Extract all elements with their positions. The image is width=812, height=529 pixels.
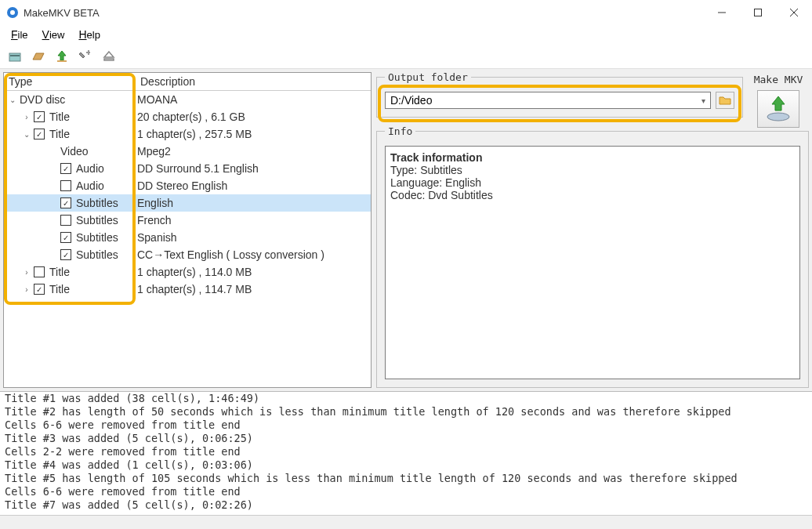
svg-rect-10 bbox=[88, 50, 89, 55]
tree-item-type: Audio bbox=[76, 179, 104, 192]
tree-row[interactable]: ✓SubtitlesCC→Text English ( Lossy conver… bbox=[4, 246, 371, 263]
window-title: MakeMKV BETA bbox=[24, 7, 704, 19]
checkbox[interactable]: ✓ bbox=[34, 129, 45, 139]
tree-item-desc: DD Stereo English bbox=[136, 179, 371, 192]
tree-item-desc: DD Surround 5.1 English bbox=[136, 162, 371, 175]
tree-row[interactable]: ⌄✓Title1 chapter(s) , 257.5 MB bbox=[4, 125, 371, 143]
make-mkv-label: Make MKV bbox=[748, 74, 809, 85]
tree-item-type: Title bbox=[49, 266, 70, 278]
tree-item-type: Video bbox=[60, 145, 89, 158]
info-text: Track information Type: Subtitles Langua… bbox=[385, 146, 800, 379]
save-button[interactable] bbox=[53, 48, 71, 65]
output-folder-select[interactable]: D:/Video ▾ bbox=[385, 92, 711, 109]
tree-item-desc: Spanish bbox=[136, 231, 371, 244]
tree-row[interactable]: SubtitlesFrench bbox=[4, 212, 371, 229]
toolbar bbox=[0, 44, 812, 69]
menu-help[interactable]: Help bbox=[72, 27, 106, 42]
make-mkv-button[interactable] bbox=[757, 90, 799, 128]
tree-item-desc: 20 chapter(s) , 6.1 GB bbox=[136, 111, 371, 123]
svg-rect-8 bbox=[57, 60, 67, 62]
collapse-icon[interactable]: ⌄ bbox=[7, 94, 18, 105]
expand-icon[interactable]: › bbox=[21, 266, 32, 277]
open-disc-button[interactable] bbox=[30, 48, 47, 65]
checkbox[interactable]: ✓ bbox=[34, 284, 45, 295]
column-description[interactable]: Description bbox=[140, 75, 366, 88]
open-file-button[interactable] bbox=[6, 48, 24, 65]
tree-row[interactable]: ⌄DVD discMOANA bbox=[4, 91, 371, 108]
save-disc-icon bbox=[764, 95, 792, 123]
tree-item-desc: French bbox=[136, 214, 371, 226]
tree-row[interactable]: ✓SubtitlesSpanish bbox=[4, 229, 371, 246]
tree-item-type: Subtitles bbox=[76, 214, 118, 226]
expand-icon[interactable]: › bbox=[21, 111, 32, 122]
checkbox[interactable] bbox=[60, 180, 71, 191]
log-panel[interactable]: Title #1 was added (38 cell(s), 1:46:49)… bbox=[0, 391, 812, 515]
checkbox[interactable]: ✓ bbox=[60, 232, 71, 243]
tree-row[interactable]: ›✓Title1 chapter(s) , 114.7 MB bbox=[4, 281, 371, 298]
tree-row[interactable]: ✓AudioDD Surround 5.1 English bbox=[4, 160, 371, 177]
checkbox[interactable]: ✓ bbox=[60, 163, 71, 174]
svg-point-12 bbox=[767, 113, 789, 121]
output-folder-label: Output folder bbox=[385, 71, 471, 83]
svg-rect-6 bbox=[9, 53, 20, 61]
minimize-button[interactable] bbox=[704, 0, 740, 25]
maximize-button[interactable] bbox=[740, 0, 776, 25]
tree-row[interactable]: ✓SubtitlesEnglish bbox=[4, 194, 371, 212]
svg-rect-7 bbox=[10, 55, 20, 56]
tree-item-desc: 1 chapter(s) , 257.5 MB bbox=[136, 128, 371, 140]
tree-item-desc: CC→Text English ( Lossy conversion ) bbox=[136, 248, 371, 261]
tree-item-type: Subtitles bbox=[76, 231, 118, 244]
svg-rect-11 bbox=[104, 59, 114, 60]
tree-item-desc: Mpeg2 bbox=[136, 145, 371, 158]
eject-button[interactable] bbox=[100, 48, 118, 65]
column-type[interactable]: Type bbox=[9, 75, 140, 88]
expand-icon[interactable]: › bbox=[21, 284, 32, 295]
content-tree[interactable]: ⌄DVD discMOANA›✓Title20 chapter(s) , 6.1… bbox=[4, 91, 371, 387]
checkbox[interactable]: ✓ bbox=[60, 197, 71, 208]
svg-point-1 bbox=[10, 10, 15, 15]
tree-row[interactable]: AudioDD Stereo English bbox=[4, 177, 371, 194]
tree-item-type: Title bbox=[49, 128, 70, 140]
tree-item-type: Audio bbox=[76, 162, 104, 175]
title-bar: MakeMKV BETA bbox=[0, 0, 812, 25]
tree-item-desc: 1 chapter(s) , 114.0 MB bbox=[136, 266, 371, 278]
menu-file[interactable]: File bbox=[5, 27, 34, 42]
svg-rect-3 bbox=[755, 9, 762, 16]
tree-item-type: Subtitles bbox=[76, 248, 118, 261]
checkbox[interactable] bbox=[60, 215, 71, 226]
app-icon bbox=[6, 6, 19, 19]
browse-folder-button[interactable] bbox=[716, 92, 734, 109]
menu-view[interactable]: View bbox=[36, 27, 71, 42]
tree-item-type: Subtitles bbox=[76, 197, 118, 209]
output-folder-group: Output folder D:/Video ▾ bbox=[376, 77, 743, 118]
info-group-label: Info bbox=[385, 125, 415, 137]
status-bar bbox=[0, 515, 812, 529]
tree-item-type: Title bbox=[49, 111, 70, 123]
menu-bar: File View Help bbox=[0, 25, 812, 44]
tree-row[interactable]: ›Title1 chapter(s) , 114.0 MB bbox=[4, 263, 371, 281]
tree-item-type: Title bbox=[49, 283, 70, 295]
folder-icon bbox=[719, 95, 731, 106]
chevron-down-icon: ▾ bbox=[701, 96, 705, 105]
close-button[interactable] bbox=[776, 0, 812, 25]
content-tree-panel: Type Description ⌄DVD discMOANA›✓Title20… bbox=[3, 72, 372, 388]
tree-item-desc: MOANA bbox=[136, 93, 371, 106]
output-folder-value: D:/Video bbox=[390, 94, 432, 107]
tree-row[interactable]: VideoMpeg2 bbox=[4, 143, 371, 160]
collapse-icon[interactable]: ⌄ bbox=[21, 129, 32, 139]
tree-row[interactable]: ›✓Title20 chapter(s) , 6.1 GB bbox=[4, 108, 371, 125]
checkbox[interactable]: ✓ bbox=[60, 249, 71, 260]
tree-item-type: DVD disc bbox=[20, 93, 65, 106]
tree-item-desc: English bbox=[136, 197, 371, 209]
checkbox[interactable]: ✓ bbox=[34, 111, 45, 122]
info-group: Info Track information Type: Subtitles L… bbox=[376, 131, 809, 388]
settings-button[interactable] bbox=[77, 48, 94, 65]
tree-header: Type Description bbox=[4, 73, 371, 91]
tree-item-desc: 1 chapter(s) , 114.7 MB bbox=[136, 283, 371, 295]
checkbox[interactable] bbox=[34, 266, 45, 277]
